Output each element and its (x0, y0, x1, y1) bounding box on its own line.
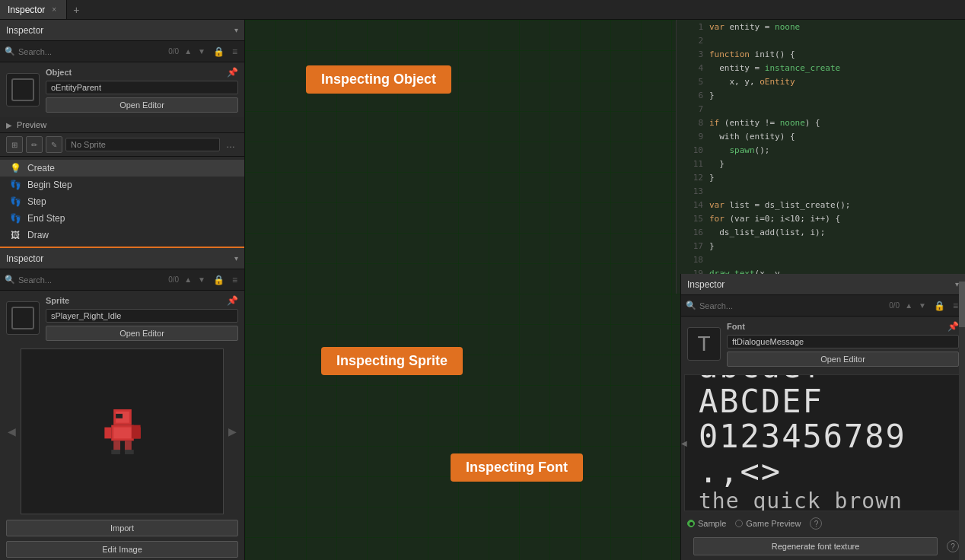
object-search-menu[interactable]: ≡ (230, 46, 240, 58)
object-search-icon: 🔍 (5, 46, 15, 56)
object-preview-label: Preview (17, 120, 46, 129)
font-preview-left: ◀ (684, 439, 687, 447)
sprite-search-nav: ▲ ▼ (182, 275, 208, 285)
sprite-icon-inner (11, 307, 34, 329)
font-preview-area: ◀ abcdef ABCDEF 0123456789 .,<> the quic… (684, 374, 962, 511)
sprite-btn-2[interactable]: ✏ (26, 136, 43, 153)
sprite-info: Sprite 📌 sPlayer_Right_Idle Open Editor (46, 295, 238, 341)
object-sprite-row: ⊞ ✏ ✎ No Sprite … (0, 133, 244, 157)
sprite-import-button[interactable]: Import (6, 520, 238, 536)
event-end-step[interactable]: 👣 End Step (0, 210, 244, 227)
sample-radio-dot (687, 520, 695, 527)
object-search-lock[interactable]: 🔒 (211, 46, 227, 58)
game-preview-radio[interactable]: Game Preview (735, 519, 801, 528)
svg-rect-2 (116, 413, 123, 418)
event-list: 💡 Create 👣 Begin Step 👣 Step 👣 End Step … (0, 157, 244, 247)
sprite-edit-image-button[interactable]: Edit Image (6, 541, 238, 558)
object-search-input[interactable] (18, 47, 165, 56)
object-pin-icon[interactable]: 📌 (227, 67, 238, 78)
font-search-bar: 🔍 0/0 ▲ ▼ 🔒 ≡ (681, 295, 965, 317)
font-search-down[interactable]: ▼ (916, 301, 928, 310)
font-inspector-header: Inspector ▾ (681, 274, 965, 295)
tab-close-button[interactable]: × (49, 5, 59, 14)
tab-add-button[interactable]: + (67, 4, 85, 16)
sprite-character (100, 407, 145, 457)
left-panel: Inspector ▾ 🔍 0/0 ▲ ▼ 🔒 ≡ (0, 20, 245, 560)
font-label-row: Font 📌 (727, 321, 959, 332)
sprite-next-button[interactable]: ▶ (227, 348, 238, 514)
sprite-btn-3[interactable]: ✎ (46, 136, 62, 153)
font-search-lock[interactable]: 🔒 (932, 300, 947, 312)
sprite-object-row: Sprite 📌 sPlayer_Right_Idle Open Editor (0, 291, 244, 345)
object-open-editor-button[interactable]: Open Editor (46, 97, 238, 113)
sprite-open-editor-button[interactable]: Open Editor (46, 326, 238, 341)
font-preview-line2: 0123456789 .,<> (691, 419, 955, 489)
sprite-search-bar: 🔍 0/0 ▲ ▼ 🔒 ≡ (0, 269, 244, 291)
main-layout: Inspector ▾ 🔍 0/0 ▲ ▼ 🔒 ≡ (0, 20, 965, 560)
event-draw-label: Draw (27, 230, 49, 240)
object-inspector-collapse[interactable]: ▾ (234, 26, 238, 34)
event-create-icon: 💡 (9, 162, 21, 174)
sprite-type-label: Sprite (46, 296, 69, 305)
event-begin-step-label: Begin Step (27, 180, 72, 190)
object-inspector-panel: Inspector ▾ 🔍 0/0 ▲ ▼ 🔒 ≡ (0, 20, 244, 248)
object-search-down[interactable]: ▼ (196, 46, 208, 56)
game-preview-radio-dot (735, 520, 743, 527)
sprite-search-up[interactable]: ▲ (182, 275, 194, 285)
sprite-more-button[interactable]: … (223, 138, 238, 151)
font-name-box: ftDialogueMessage (727, 335, 959, 348)
event-step-label: Step (27, 196, 46, 207)
event-end-step-label: End Step (27, 213, 65, 224)
event-draw-icon: 🖼 (9, 229, 21, 241)
font-search-input[interactable] (699, 301, 886, 310)
sprite-search-lock[interactable]: 🔒 (211, 274, 227, 286)
inspector-tab[interactable]: Inspector × (0, 0, 67, 19)
event-create-label: Create (27, 163, 55, 173)
object-search-nav: ▲ ▼ (182, 46, 208, 56)
inspecting-font-label: Inspecting Font (451, 453, 583, 482)
object-inspector-header: Inspector ▾ (0, 20, 244, 41)
sprite-inspector-collapse[interactable]: ▾ (234, 254, 238, 262)
object-info: Object 📌 oEntityParent Open Editor (46, 67, 238, 113)
right-panel-scrollbar[interactable] (959, 274, 965, 560)
event-step[interactable]: 👣 Step (0, 193, 244, 210)
preview-mode-group: Sample Game Preview ? (681, 514, 965, 533)
sprite-search-down[interactable]: ▼ (196, 275, 208, 285)
event-begin-step-icon: 👣 (9, 179, 21, 191)
event-draw[interactable]: 🖼 Draw (0, 227, 244, 243)
object-inspector-title: Inspector (6, 25, 43, 36)
sample-help-icon[interactable]: ? (810, 517, 822, 530)
object-type-label: Object (46, 68, 72, 77)
sprite-pin-icon[interactable]: 📌 (227, 295, 238, 306)
sprite-name-label: No Sprite (65, 138, 220, 151)
regenerate-font-texture-button[interactable]: Regenerate font texture (693, 537, 938, 555)
sample-radio-label: Sample (698, 519, 726, 528)
font-inspector-title: Inspector (687, 279, 725, 290)
font-search-icon: 🔍 (686, 301, 696, 310)
font-open-editor-button[interactable]: Open Editor (727, 352, 959, 367)
sprite-search-input[interactable] (18, 275, 165, 285)
font-search-up[interactable]: ▲ (903, 301, 915, 310)
sprite-search-menu[interactable]: ≡ (230, 274, 240, 286)
event-create[interactable]: 💡 Create (0, 160, 244, 177)
object-preview-toggle[interactable]: ▶ (6, 121, 12, 129)
font-pin-icon[interactable]: 📌 (947, 321, 959, 332)
object-preview-row: ▶ Preview (0, 117, 244, 133)
event-begin-step[interactable]: 👣 Begin Step (0, 177, 244, 193)
sprite-search-counter: 0/0 (168, 275, 179, 284)
font-inspector-panel: Inspector ▾ 🔍 0/0 ▲ ▼ 🔒 ≡ T Font 📌 ftDia… (680, 274, 965, 560)
object-search-up[interactable]: ▲ (182, 46, 194, 56)
svg-rect-4 (113, 427, 132, 438)
sprite-canvas (21, 348, 224, 514)
svg-rect-5 (104, 427, 111, 438)
font-preview-line3: the quick brown fo... (691, 490, 955, 511)
code-editor-area: 1var entity = noone 2 3function init() {… (676, 20, 965, 294)
sample-radio[interactable]: Sample (687, 519, 726, 528)
font-preview-line1: abcdef ABCDEF (691, 374, 955, 419)
font-object-row: T Font 📌 ftDialogueMessage Open Editor (681, 317, 965, 371)
sprite-prev-button[interactable]: ◀ (6, 348, 18, 514)
sprite-btn-1[interactable]: ⊞ (6, 136, 23, 153)
regenerate-help-icon[interactable]: ? (947, 540, 959, 552)
object-search-counter: 0/0 (168, 47, 179, 56)
object-icon-inner (11, 78, 34, 101)
